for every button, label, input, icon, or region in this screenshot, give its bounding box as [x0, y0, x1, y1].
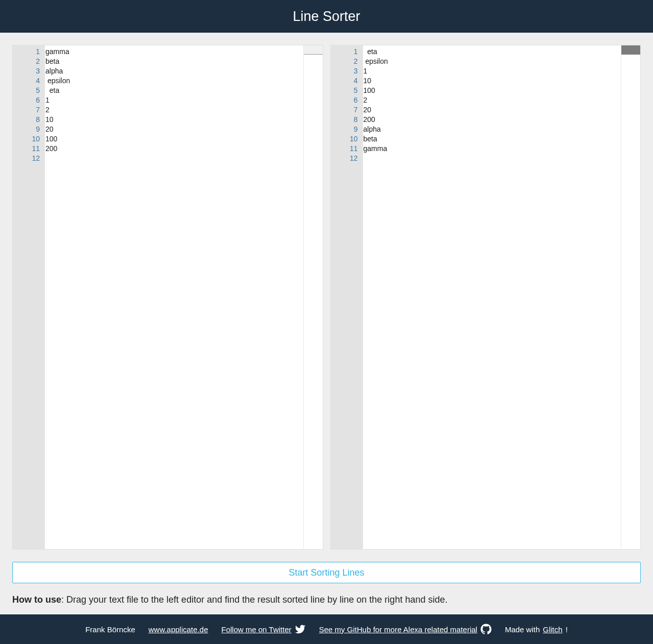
instructions-label: How to use	[12, 595, 61, 605]
twitter-icon	[295, 624, 306, 635]
footer-author: Frank Börncke	[85, 625, 135, 634]
code-line[interactable]: 10	[363, 76, 621, 86]
line-number: 4	[331, 76, 363, 86]
line-number: 4	[13, 76, 45, 86]
code-line[interactable]: 100	[45, 134, 303, 144]
line-number: 1	[331, 47, 363, 57]
output-editor-scroll[interactable]	[621, 45, 640, 549]
output-editor[interactable]: 123456789101112 eta epsilon110100220200a…	[330, 45, 641, 550]
footer-website-text: www.applicate.de	[149, 625, 208, 634]
line-number: 3	[331, 66, 363, 76]
input-editor-scroll-thumb[interactable]	[304, 45, 323, 55]
code-line[interactable]: gamma	[363, 144, 621, 154]
github-icon	[480, 624, 492, 635]
line-number: 3	[13, 66, 45, 76]
line-number: 9	[13, 125, 45, 134]
sort-button-label: Start Sorting Lines	[288, 567, 364, 578]
footer: Frank Börncke www.applicate.de Follow me…	[0, 614, 653, 644]
code-line[interactable]: 100	[363, 86, 621, 95]
code-line[interactable]: beta	[45, 57, 303, 66]
line-number: 12	[13, 154, 45, 163]
instructions-text: : Drag your text file to the left editor…	[61, 595, 447, 605]
output-editor-code[interactable]: eta epsilon110100220200alphabetagamma	[363, 45, 621, 549]
code-line[interactable]: epsilon	[363, 57, 621, 66]
line-number: 9	[331, 125, 363, 134]
code-line[interactable]: 1	[45, 95, 303, 105]
line-number: 7	[331, 105, 363, 115]
footer-made-with: Made with Glitch!	[505, 625, 568, 634]
code-line[interactable]: 20	[45, 125, 303, 134]
main-content: 123456789101112 gammabetaalpha epsilon e…	[0, 33, 653, 614]
line-number: 1	[13, 47, 45, 57]
line-number: 5	[331, 86, 363, 95]
code-line[interactable]: alpha	[363, 125, 621, 134]
line-number: 10	[331, 134, 363, 144]
line-number: 2	[331, 57, 363, 66]
code-line[interactable]: 200	[363, 115, 621, 125]
code-line[interactable]: beta	[363, 134, 621, 144]
instructions: How to use: Drag your text file to the l…	[12, 595, 641, 605]
code-line[interactable]: 1	[363, 66, 621, 76]
line-number: 11	[13, 144, 45, 154]
code-line[interactable]: alpha	[45, 66, 303, 76]
line-number: 10	[13, 134, 45, 144]
line-number: 12	[331, 154, 363, 163]
footer-github-link[interactable]: See my GitHub for more Alexa related mat…	[319, 624, 492, 635]
footer-github-text: See my GitHub for more Alexa related mat…	[319, 625, 477, 634]
line-number: 5	[13, 86, 45, 95]
line-number: 8	[13, 115, 45, 125]
code-line[interactable]: 200	[45, 144, 303, 154]
output-editor-scroll-thumb[interactable]	[621, 45, 640, 55]
output-editor-gutter: 123456789101112	[331, 45, 363, 549]
code-line[interactable]: eta	[363, 47, 621, 57]
app-title: Line Sorter	[293, 9, 360, 24]
line-number: 6	[331, 95, 363, 105]
code-line[interactable]: epsilon	[45, 76, 303, 86]
code-line[interactable]: eta	[45, 86, 303, 95]
line-number: 6	[13, 95, 45, 105]
footer-made-with-suffix: !	[566, 625, 568, 634]
code-line[interactable]: 2	[45, 105, 303, 115]
code-line[interactable]: gamma	[45, 47, 303, 57]
code-line[interactable]: 2	[363, 95, 621, 105]
line-number: 8	[331, 115, 363, 125]
code-line[interactable]: 10	[45, 115, 303, 125]
footer-twitter-text: Follow me on Twitter	[221, 625, 291, 634]
footer-website-link[interactable]: www.applicate.de	[149, 625, 208, 634]
line-number: 11	[331, 144, 363, 154]
footer-twitter-link[interactable]: Follow me on Twitter	[221, 624, 305, 635]
footer-made-with-link[interactable]: Glitch	[543, 625, 562, 634]
line-number: 7	[13, 105, 45, 115]
footer-made-with-prefix: Made with	[505, 625, 540, 634]
editor-row: 123456789101112 gammabetaalpha epsilon e…	[12, 45, 641, 550]
input-editor-scroll[interactable]	[303, 45, 323, 549]
input-editor-gutter: 123456789101112	[13, 45, 45, 549]
app-header: Line Sorter	[0, 0, 653, 33]
input-editor[interactable]: 123456789101112 gammabetaalpha epsilon e…	[12, 45, 323, 550]
code-line[interactable]: 20	[363, 105, 621, 115]
line-number: 2	[13, 57, 45, 66]
input-editor-code[interactable]: gammabetaalpha epsilon eta121020100200	[45, 45, 303, 549]
sort-button[interactable]: Start Sorting Lines	[12, 562, 641, 583]
